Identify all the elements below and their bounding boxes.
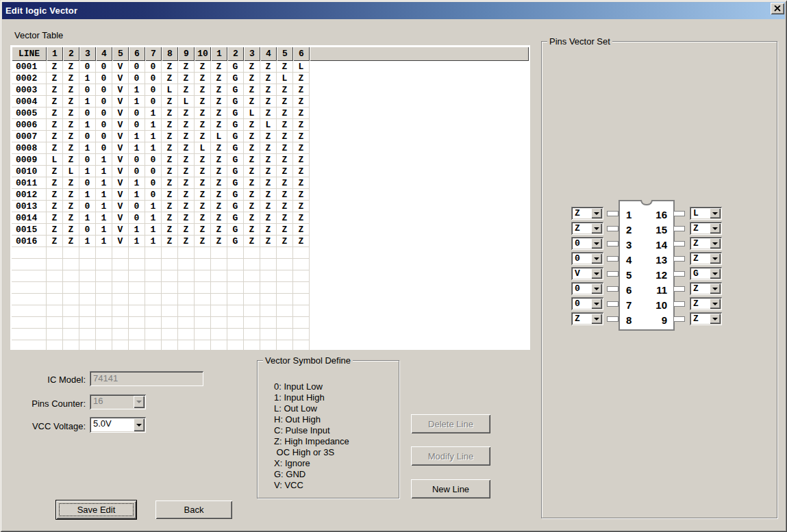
vector-table-label: Vector Table — [14, 30, 63, 40]
empty-cell — [79, 247, 96, 259]
pin-6-stub — [607, 286, 619, 292]
pin-16-combo-dropdown-button[interactable] — [710, 208, 721, 218]
pin-11-combo[interactable]: Z — [690, 282, 722, 295]
empty-cell — [112, 317, 129, 329]
value-cell: Z — [260, 61, 277, 73]
value-cell: Z — [277, 61, 293, 73]
table-row[interactable]: 0008ZZ10V11ZZLZGZZZZ — [12, 142, 529, 154]
pin-5-combo[interactable]: V — [571, 267, 603, 280]
empty-cell — [145, 270, 162, 282]
pin-6-combo[interactable]: 0 — [571, 282, 603, 295]
pin-2-combo[interactable]: Z — [571, 222, 603, 235]
chevron-down-icon — [594, 212, 599, 215]
save-edit-button[interactable]: Save Edit — [56, 501, 136, 519]
value-cell: Z — [211, 224, 227, 236]
value-cell: Z — [63, 96, 79, 107]
pin-13-combo-dropdown-button[interactable] — [710, 253, 721, 264]
table-row[interactable]: 0014ZZ11V01ZZZZGZZZZ — [12, 212, 529, 224]
value-cell: 1 — [129, 177, 145, 189]
table-row[interactable]: 0010ZL11V00ZZZZGZZZZ — [12, 166, 529, 177]
value-cell: 1 — [145, 131, 162, 142]
pin-7-combo-dropdown-button[interactable] — [591, 299, 602, 309]
value-cell: 0 — [96, 107, 112, 119]
pin-column-header: 1 — [211, 47, 227, 61]
table-row[interactable]: 0015ZZ01V11ZZZZGZZZZ — [12, 224, 529, 236]
empty-cell — [112, 305, 129, 317]
table-row[interactable]: 0012ZZ11V10ZZZZGZZZZ — [12, 189, 529, 201]
empty-cell — [96, 329, 112, 340]
pin-11-combo-dropdown-button[interactable] — [710, 283, 721, 294]
table-row[interactable]: 0013ZZ01V01ZZZZGZZZZ — [12, 201, 529, 212]
value-cell: Z — [244, 201, 260, 212]
new-line-button[interactable]: New Line — [411, 479, 490, 498]
value-cell: V — [112, 201, 129, 212]
pin-14-combo-dropdown-button[interactable] — [710, 238, 721, 249]
pin-10-combo-dropdown-button[interactable] — [710, 299, 721, 309]
line-cell: 0006 — [12, 119, 47, 131]
vcc-voltage-combo[interactable]: 5.0V — [90, 417, 146, 433]
table-row[interactable]: 0002ZZ10V00ZZZZGZZLZ — [12, 73, 529, 84]
table-row[interactable]: 0006ZZ10V01ZZZZGZLZZ — [12, 119, 529, 131]
empty-cell — [178, 259, 195, 270]
pin-3-combo-dropdown-button[interactable] — [591, 238, 602, 249]
chip-pin-number-row: 116 — [620, 208, 673, 221]
pin-3-combo[interactable]: 0 — [571, 237, 603, 250]
value-cell: Z — [260, 142, 277, 154]
value-cell: 1 — [79, 189, 96, 201]
table-row[interactable]: 0007ZZ00V11ZZZLGZZZZ — [12, 131, 529, 142]
value-cell: Z — [211, 142, 227, 154]
pin-10-combo[interactable]: Z — [690, 297, 722, 310]
pin-15-combo[interactable]: Z — [690, 222, 722, 235]
value-cell: L — [293, 61, 310, 73]
pin-column-header: 3 — [79, 47, 96, 61]
table-row[interactable]: 0005ZZ00V01ZZZZGLZZZ — [12, 107, 529, 119]
pin-4-combo[interactable]: 0 — [571, 252, 603, 265]
empty-cell — [63, 329, 79, 340]
table-row[interactable]: 0011ZZ01V10ZZZZGZZZZ — [12, 177, 529, 189]
pin-15-combo-dropdown-button[interactable] — [710, 223, 721, 233]
value-cell: 0 — [145, 61, 162, 73]
pin-8-combo-dropdown-button[interactable] — [591, 314, 602, 324]
table-row[interactable]: 0003ZZ00V10LZZZGZZZZ — [12, 84, 529, 96]
value-cell: 0 — [79, 224, 96, 236]
pin-2-combo-dropdown-button[interactable] — [591, 223, 602, 233]
table-row[interactable]: 0004ZZ10V10ZLZZGZZZZ — [12, 96, 529, 107]
table-row[interactable]: 0009LZ01V00ZZZZGZZZZ — [12, 154, 529, 166]
pin-12-combo-dropdown-button[interactable] — [710, 268, 721, 279]
pin-4-combo-dropdown-button[interactable] — [591, 253, 602, 264]
close-button[interactable] — [771, 3, 784, 14]
value-cell: 0 — [145, 189, 162, 201]
pin-8-combo[interactable]: Z — [571, 312, 603, 325]
pin-14-combo[interactable]: Z — [690, 237, 722, 250]
pin-6-combo-dropdown-button[interactable] — [591, 283, 602, 294]
pin-7-combo[interactable]: 0 — [571, 297, 603, 310]
table-row[interactable]: 0001ZZ00V00ZZZZGZZZL — [12, 61, 529, 73]
vector-table-body: 0001ZZ00V00ZZZZGZZZL0002ZZ10V00ZZZZGZZLZ… — [12, 61, 529, 350]
pin-5-combo-dropdown-button[interactable] — [591, 268, 602, 279]
pin-1-combo-dropdown-button[interactable] — [591, 208, 602, 218]
pin-9-combo-dropdown-button[interactable] — [710, 314, 721, 324]
value-cell: Z — [244, 131, 260, 142]
pin-16-combo[interactable]: L — [690, 207, 722, 220]
vcc-voltage-dropdown-button[interactable] — [134, 418, 145, 431]
empty-cell — [211, 259, 227, 270]
vector-table[interactable]: LINE12345678910123456 0001ZZ00V00ZZZZGZZ… — [10, 45, 530, 350]
pin-12-combo-value: G — [691, 268, 710, 279]
line-cell: 0015 — [12, 224, 47, 236]
pin-1-combo[interactable]: Z — [571, 207, 603, 220]
value-cell: Z — [260, 236, 277, 247]
empty-cell — [96, 259, 112, 270]
back-button[interactable]: Back — [155, 501, 232, 519]
value-cell: Z — [244, 73, 260, 84]
value-cell: Z — [178, 166, 195, 177]
value-cell: G — [227, 154, 244, 166]
value-cell: Z — [162, 142, 178, 154]
table-row[interactable]: 0016ZZ11V11ZZZZGZZZZ — [12, 236, 529, 247]
chevron-down-icon — [594, 303, 599, 305]
pin-13-combo[interactable]: Z — [690, 252, 722, 265]
pin-12-combo[interactable]: G — [690, 267, 722, 280]
pin-9-combo[interactable]: Z — [690, 312, 722, 325]
empty-cell — [260, 259, 277, 270]
value-cell: V — [112, 84, 129, 96]
value-cell: 0 — [129, 201, 145, 212]
